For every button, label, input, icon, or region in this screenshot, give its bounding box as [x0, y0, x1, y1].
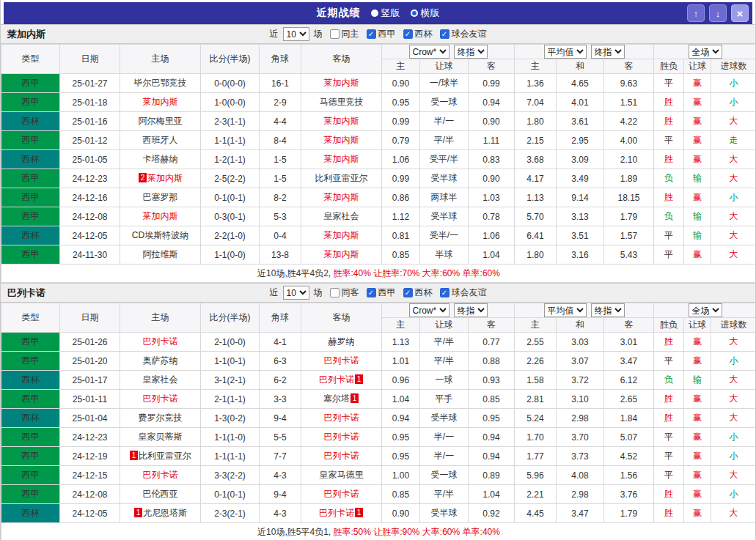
league-filter-2[interactable]: ✓西杯: [403, 28, 433, 40]
result-outcome: 平: [654, 352, 684, 371]
eu-odds-header-cell: 平均值终指: [515, 45, 654, 59]
league-filter-3[interactable]: ✓球会友谊: [440, 28, 487, 40]
home-team-name: 皇家贝蒂斯: [139, 432, 183, 442]
home-team-name: 阿拉维斯: [143, 249, 178, 259]
corner-count: 8-4: [260, 131, 301, 150]
league-type: 西甲: [1, 131, 60, 150]
match-scope-select[interactable]: 全场: [689, 45, 722, 59]
match-row: 西甲25-01-26巴列卡诺2-1(0-0)4-1赫罗纳1.13平/半0.772…: [1, 333, 756, 352]
same-venue-checkbox[interactable]: 同主: [330, 28, 359, 40]
home-team-name: 阿尔梅里亚: [139, 116, 183, 126]
league-type: 西甲: [1, 428, 60, 447]
layout-radio-vertical[interactable]: 竖版: [371, 7, 400, 20]
summary-record: 近10场,胜5平4负1,: [257, 527, 331, 537]
asia-handicap: 受半球: [420, 504, 469, 523]
column-header: 比分(半场): [201, 303, 260, 333]
same-venue-checkbox[interactable]: 同客: [330, 286, 359, 299]
away-team: 巴列卡诺: [301, 485, 382, 504]
league-type: 西杯: [1, 150, 60, 169]
sub-column-header: 让球: [420, 59, 469, 74]
score: 2-5(2-2): [201, 169, 260, 188]
away-team-name: 皇家马德里: [320, 470, 364, 480]
result-handicap: 赢: [684, 74, 711, 93]
summary-row: 近10场,胜4平4负2, 胜率:40% 让胜率:70% 大率:60% 单率:60…: [1, 265, 756, 283]
eu-draw-odds: 3.61: [557, 112, 604, 131]
match-row: 西甲24-12-191比利亚雷亚尔1-1(1-1)7-7巴列卡诺0.95半/一0…: [1, 447, 756, 466]
asia-final-odds-select[interactable]: 终指: [454, 303, 488, 317]
scroll-down-button[interactable]: ↓: [709, 4, 727, 22]
match-scope-select[interactable]: 全场: [689, 303, 722, 317]
match-date: 24-12-08: [60, 207, 120, 226]
league-type: 西甲: [1, 74, 60, 93]
home-team: 1尤尼恩塔斯: [120, 504, 201, 523]
odds-company-select[interactable]: Crow*: [409, 45, 449, 59]
league-type: 西甲: [1, 447, 60, 466]
sub-column-header: 胜负: [654, 59, 684, 74]
result-outcome: 负: [654, 207, 684, 226]
match-date: 25-01-05: [60, 150, 120, 169]
home-team: 奥萨苏纳: [120, 352, 201, 371]
league-filter-1[interactable]: ✓西甲: [367, 286, 396, 299]
asia-handicap: 半/一: [420, 447, 469, 466]
score: 2-3(2-1): [201, 504, 260, 523]
titlebar-buttons: ↑ ↓ ×: [687, 4, 749, 22]
corner-count: 0-4: [260, 226, 301, 245]
asia-away-odds: 0.90: [469, 112, 515, 131]
away-team: 巴列卡诺: [301, 352, 382, 371]
eu-away-odds: 3.47: [604, 352, 654, 371]
result-outcome: 平: [654, 131, 684, 150]
result-outcome: 胜: [654, 333, 684, 352]
eu-final-odds-select[interactable]: 终指: [591, 45, 625, 59]
home-team: 巴列卡诺: [120, 466, 201, 485]
eu-average-select[interactable]: 平均值: [544, 45, 587, 59]
checkbox-unchecked-icon: [330, 288, 340, 297]
sub-column-header: 进球数: [711, 318, 756, 333]
eu-average-select[interactable]: 平均值: [544, 303, 587, 317]
home-team: 皇家贝蒂斯: [120, 428, 201, 447]
scroll-up-button[interactable]: ↑: [687, 4, 705, 22]
layout-radio-horizontal[interactable]: 横版: [411, 7, 440, 20]
match-count-select[interactable]: 10: [283, 286, 309, 300]
league-filter-2[interactable]: ✓西杯: [403, 286, 433, 299]
asia-home-odds: 0.96: [382, 371, 420, 390]
match-row: 西甲25-01-18莱加内斯1-0(0-0)2-9马德里竞技0.95受一球0.9…: [1, 93, 756, 112]
away-team-name: 巴列卡诺: [319, 508, 354, 518]
sub-column-header: 主: [382, 59, 420, 74]
eu-away-odds: 1.89: [604, 169, 654, 188]
team-section: 莱加内斯近10场同主✓西甲✓西杯✓球会友谊类型日期主场比分(半场)角球客场Cro…: [1, 24, 755, 283]
result-handicap: 赢: [684, 333, 711, 352]
result-outcome: 胜: [654, 390, 684, 409]
result-handicap: 赢: [684, 428, 711, 447]
league-type: 西甲: [1, 93, 60, 112]
eu-final-odds-select[interactable]: 终指: [591, 303, 625, 317]
matches-label: 场: [314, 28, 323, 40]
eu-away-odds: 6.12: [604, 371, 654, 390]
asia-home-odds: 0.95: [382, 93, 420, 112]
close-button[interactable]: ×: [731, 4, 749, 22]
odds-company-select[interactable]: Crow*: [409, 303, 449, 317]
asia-home-odds: 0.99: [382, 112, 420, 131]
match-date: 24-12-05: [60, 226, 120, 245]
checkbox-checked-icon: ✓: [440, 288, 449, 297]
asia-home-odds: 1.12: [382, 207, 420, 226]
asia-home-odds: 0.95: [382, 447, 420, 466]
asia-home-odds: 0.90: [382, 74, 420, 93]
match-count-select[interactable]: 10: [283, 27, 309, 41]
column-header: 角球: [260, 303, 301, 333]
asia-handicap: 受半球: [420, 207, 469, 226]
league-filter-3[interactable]: ✓球会友谊: [440, 286, 487, 299]
asia-final-odds-select[interactable]: 终指: [454, 45, 488, 59]
result-handicap: 赢: [684, 466, 711, 485]
result-outcome: 平: [654, 428, 684, 447]
column-header: 主场: [120, 303, 201, 333]
result-goals: 小: [711, 93, 756, 112]
asia-handicap: 受一球: [420, 93, 469, 112]
away-team: 莱加内斯: [301, 112, 382, 131]
league-type: 西甲: [1, 390, 60, 409]
recent-matches-table: 类型日期主场比分(半场)角球客场Crow*终指平均值终指全场主让球客主和客胜负让…: [1, 44, 756, 283]
sub-column-header: 客: [604, 318, 654, 333]
away-team: 皇家马德里: [301, 466, 382, 485]
league-filter-1[interactable]: ✓西甲: [367, 28, 396, 40]
column-header: 客场: [301, 45, 382, 74]
asia-handicap: 两球半: [420, 188, 469, 207]
